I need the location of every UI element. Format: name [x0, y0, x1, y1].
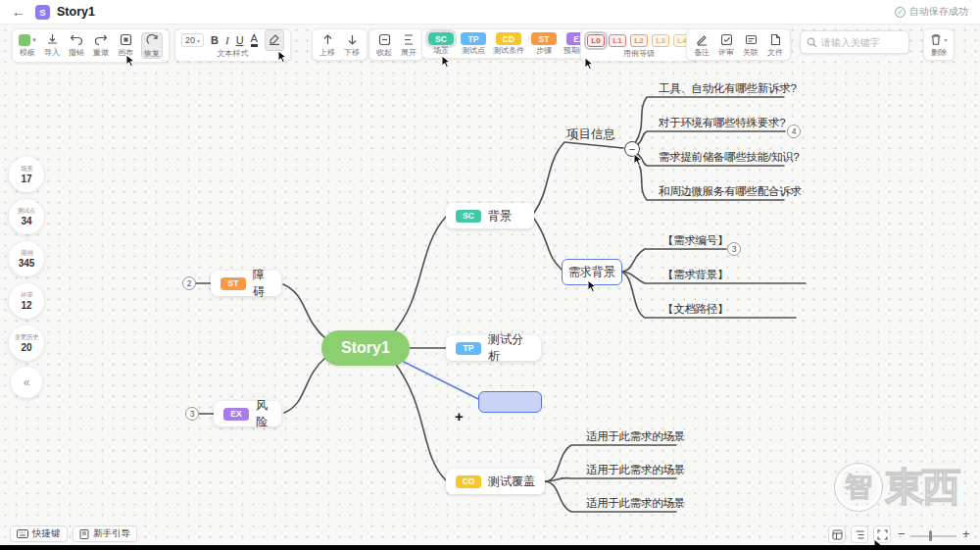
- collapse-all-button[interactable]: 收起: [375, 32, 393, 57]
- cursor-icon: [587, 279, 599, 293]
- cursor-icon: [277, 50, 289, 64]
- leaf-req-1[interactable]: 【需求编号】: [662, 233, 728, 248]
- restore-button[interactable]: 恢复: [141, 32, 163, 59]
- guide-button[interactable]: 新手引导: [73, 525, 137, 542]
- tag-st-button[interactable]: ST 步骤: [531, 32, 557, 55]
- tag-cd-button[interactable]: CD 测试条件: [493, 32, 524, 55]
- leaf-coverage-2[interactable]: 适用于此需求的场景: [586, 463, 685, 477]
- stat-testpoint[interactable]: 测试点 34: [9, 199, 44, 234]
- badge-project-2[interactable]: 4: [787, 125, 801, 138]
- stat-scene[interactable]: 场景 17: [9, 157, 44, 192]
- note-icon: [696, 32, 709, 47]
- leaf-project-2[interactable]: 对于环境有哪些特殊要求?: [659, 116, 785, 130]
- link-button[interactable]: 关联: [742, 32, 760, 57]
- watermark-text: 東西: [885, 460, 959, 514]
- stat-review[interactable]: 评审 12: [9, 283, 44, 319]
- arrow-up-icon: [322, 32, 333, 47]
- node-obstacle[interactable]: ST 障碍: [211, 271, 281, 296]
- node-project-info[interactable]: 项目信息: [566, 126, 615, 143]
- stat-usecase[interactable]: 用例 345: [9, 241, 44, 276]
- cursor-icon: [441, 55, 453, 69]
- leaf-project-3[interactable]: 需求提前储备哪些技能/知识?: [659, 150, 799, 165]
- stat-history[interactable]: 变更历史 20: [9, 325, 44, 361]
- leaf-project-1[interactable]: 工具、自动化有哪些新诉求?: [659, 81, 797, 96]
- view-outline-button[interactable]: [851, 525, 868, 543]
- toolbar-file-group: ▾ 模板 导入 撤销 重做 画布: [12, 28, 170, 63]
- zoom-slider[interactable]: [911, 535, 956, 537]
- new-node-editing[interactable]: [478, 391, 542, 413]
- autosave-status: ✓ 自动保存成功: [895, 5, 968, 19]
- leaf-req-3[interactable]: 【文档路径】: [662, 302, 728, 317]
- st-tag: ST: [220, 277, 246, 290]
- move-up-button[interactable]: 上移: [318, 32, 336, 57]
- sidebar-collapse-button[interactable]: «: [11, 367, 42, 398]
- delete-button[interactable]: ▾ 删除: [930, 32, 948, 57]
- cursor-icon: [584, 57, 596, 71]
- watermark-logo: 智: [835, 464, 882, 511]
- arrow-down-icon: [347, 32, 358, 47]
- level-l0-button[interactable]: L0: [587, 34, 605, 47]
- shortcuts-button[interactable]: 快捷键: [10, 525, 68, 542]
- zoom-out-button[interactable]: −: [898, 526, 906, 541]
- badge-req-1[interactable]: 3: [727, 242, 741, 256]
- link-icon: [745, 32, 758, 47]
- add-node-plus[interactable]: +: [455, 408, 464, 425]
- toolbar-move-group: 上移 下移: [312, 28, 368, 61]
- node-test-analysis[interactable]: TP 测试分析: [446, 335, 541, 361]
- tag-sc-button[interactable]: SC 场景: [428, 32, 454, 55]
- tag-tp-button[interactable]: TP 测试点: [461, 32, 486, 55]
- bold-button[interactable]: B: [211, 34, 219, 46]
- level-l3-button[interactable]: L3: [652, 34, 669, 47]
- font-size-select[interactable]: 20▾: [181, 33, 204, 47]
- document-title: Story1: [57, 5, 95, 19]
- restore-icon: [146, 33, 159, 48]
- toolbar-tools-group: 备注 评审 关联 文件: [686, 28, 791, 61]
- template-icon: ▾: [19, 32, 36, 47]
- leaf-coverage-3[interactable]: 适用于此需求的场景: [586, 496, 685, 511]
- cursor-icon: [125, 54, 137, 68]
- highlight-button[interactable]: [265, 29, 284, 51]
- cursor-icon: [873, 538, 885, 545]
- leaf-req-2[interactable]: 【需求背景】: [662, 268, 728, 282]
- root-node[interactable]: Story1: [321, 330, 410, 366]
- toolbar-fold-group: 收起 展开: [368, 28, 424, 61]
- move-down-button[interactable]: 下移: [343, 32, 361, 57]
- keyboard-icon: [17, 529, 28, 538]
- zoom-slider-handle[interactable]: [929, 530, 932, 541]
- template-button[interactable]: ▾ 模板: [19, 32, 36, 57]
- document-logo: S: [35, 5, 50, 20]
- badge-obstacle[interactable]: 2: [182, 276, 196, 290]
- undo-button[interactable]: 撤销: [68, 32, 85, 57]
- import-icon: [46, 32, 59, 47]
- watermark: 智 東西: [835, 460, 959, 514]
- leaf-coverage-1[interactable]: 适用于此需求的场景: [586, 429, 685, 444]
- redo-button[interactable]: 重做: [92, 32, 110, 57]
- tag-cd-pill: CD: [496, 32, 521, 45]
- zoom-in-button[interactable]: +: [962, 526, 970, 541]
- view-thumbnail-button[interactable]: [828, 525, 846, 543]
- node-background[interactable]: SC 背景: [446, 203, 534, 228]
- review-button[interactable]: 评审: [717, 32, 735, 57]
- text-style-label: 文本样式: [217, 50, 248, 58]
- file-button[interactable]: 文件: [766, 32, 784, 57]
- mindmap-canvas[interactable]: ▾ 模板 导入 撤销 重做 画布: [0, 25, 980, 545]
- node-risk[interactable]: EX 风险: [214, 401, 281, 426]
- check-icon: ✓: [895, 7, 906, 18]
- tag-tp-pill: TP: [461, 32, 486, 45]
- italic-button[interactable]: I: [225, 34, 229, 46]
- back-button[interactable]: ←: [12, 4, 25, 20]
- underline-button[interactable]: U: [236, 34, 244, 46]
- node-test-coverage[interactable]: CO 测试覆盖: [446, 469, 545, 494]
- canvas-icon: [120, 32, 132, 47]
- leaf-project-4[interactable]: 和周边微服务有哪些配合诉求: [659, 184, 802, 199]
- expand-all-button[interactable]: 展开: [400, 32, 417, 57]
- toolbar-delete-group: ▾ 删除: [923, 28, 955, 61]
- font-color-button[interactable]: A: [251, 33, 258, 47]
- note-button[interactable]: 备注: [693, 32, 710, 57]
- level-l1-button[interactable]: L1: [609, 34, 626, 47]
- search-input[interactable]: [821, 37, 900, 48]
- badge-risk[interactable]: 3: [185, 407, 199, 421]
- level-l2-button[interactable]: L2: [630, 34, 648, 47]
- import-button[interactable]: 导入: [43, 32, 61, 57]
- thumbnail-icon: [832, 529, 843, 540]
